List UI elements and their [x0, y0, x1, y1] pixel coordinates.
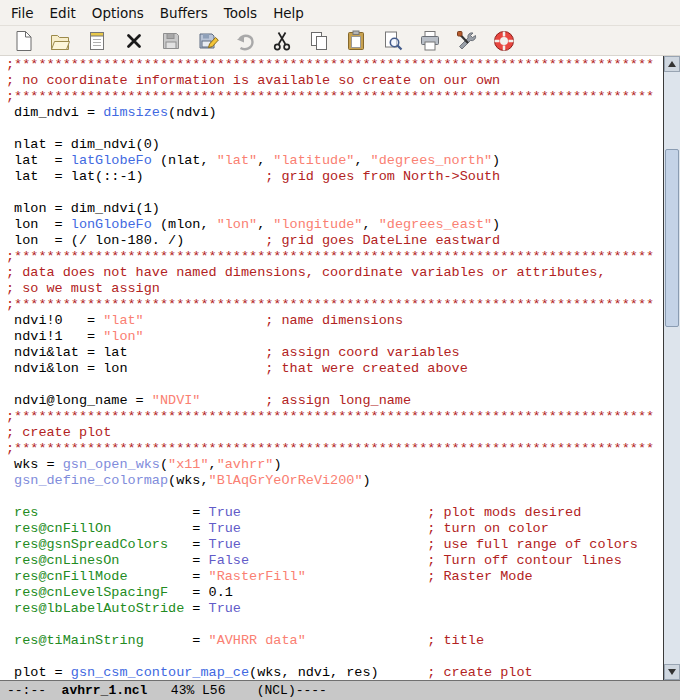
code-line: nlat = dim_ndvi(0): [6, 137, 663, 153]
code-line: [6, 121, 663, 137]
code-line: gsn_define_colormap(wks,"BlAqGrYeOrReVi2…: [6, 473, 663, 489]
menu-item-options[interactable]: Options: [90, 3, 146, 23]
code-line: ndvi&lat = lat ; assign coord variables: [6, 345, 663, 361]
code-line: ndvi!0 = "lat" ; name dimensions: [6, 313, 663, 329]
code-line: lat = latGlobeFo (nlat, "lat", "latitude…: [6, 153, 663, 169]
modeline-dashes: ----: [296, 683, 327, 698]
code-line: [6, 185, 663, 201]
code-line: ;***************************************…: [6, 297, 663, 313]
lifebuoy-icon: [492, 29, 516, 53]
modeline-line-number: L56: [202, 683, 225, 698]
save-as-icon: [196, 29, 220, 53]
code-line: lon = (/ lon-180. /) ; grid goes DateLin…: [6, 233, 663, 249]
code-line: res@cnLinesOn = False ; Turn off contour…: [6, 553, 663, 569]
save-button[interactable]: [158, 28, 184, 54]
help-button[interactable]: [491, 28, 517, 54]
code-line: ; no coordinate information is available…: [6, 73, 663, 89]
code-line: ;***************************************…: [6, 441, 663, 457]
modeline: --:-- avhrr_1.ncl 43% L56 (NCL) ----: [0, 680, 680, 700]
save-icon: [159, 29, 183, 53]
code-line: ;***************************************…: [6, 409, 663, 425]
paste-button[interactable]: [343, 28, 369, 54]
modeline-gap-3: [225, 683, 256, 698]
editor-area: ;***************************************…: [0, 56, 680, 680]
search-button[interactable]: [380, 28, 406, 54]
code-line: res@cnLevelSpacingF = 0.1: [6, 585, 663, 601]
code-line: ; data does not have named dimensions, c…: [6, 265, 663, 281]
code-line: ndvi!1 = "lon": [6, 329, 663, 345]
new-file-button[interactable]: [10, 28, 36, 54]
code-line: mlon = dim_ndvi(1): [6, 201, 663, 217]
code-line: [6, 377, 663, 393]
modeline-gap-1: [147, 683, 170, 698]
code-line: plot = gsn_csm_contour_map_ce(wks, ndvi,…: [6, 665, 663, 680]
code-line: dim_ndvi = dimsizes(ndvi): [6, 105, 663, 121]
print-button[interactable]: [417, 28, 443, 54]
open-folder-icon: [48, 29, 72, 53]
scroll-down-button[interactable]: [664, 664, 680, 680]
search-icon: [381, 29, 405, 53]
code-line: ndvi&lon = lon ; that were created above: [6, 361, 663, 377]
toolbar: [0, 26, 680, 56]
code-line: res = True ; plot mods desired: [6, 505, 663, 521]
menu-item-file[interactable]: File: [9, 3, 36, 23]
scissors-icon: [270, 29, 294, 53]
code-line: res@tiMainString = "AVHRR data" ; title: [6, 633, 663, 649]
code-line: ;***************************************…: [6, 89, 663, 105]
clipboard-icon: [344, 29, 368, 53]
code-line: ;***************************************…: [6, 249, 663, 265]
undo-button[interactable]: [232, 28, 258, 54]
new-file-icon: [11, 29, 35, 53]
code-line: lon = lonGlobeFo (mlon, "lon", "longitud…: [6, 217, 663, 233]
menu-item-edit[interactable]: Edit: [48, 3, 78, 23]
open-file-button[interactable]: [47, 28, 73, 54]
close-buffer-button[interactable]: [121, 28, 147, 54]
modeline-gap-2: [194, 683, 202, 698]
code-line: [6, 489, 663, 505]
code-line: [6, 617, 663, 633]
copy-icon: [307, 29, 331, 53]
menubar: File Edit Options Buffers Tools Help: [0, 0, 680, 26]
code-line: wks = gsn_open_wks("x11","avhrr"): [6, 457, 663, 473]
dired-button[interactable]: [84, 28, 110, 54]
notepad-icon: [85, 29, 109, 53]
arrow-up-icon: [668, 61, 676, 67]
code-area[interactable]: ;***************************************…: [0, 56, 663, 680]
menu-item-tools[interactable]: Tools: [222, 3, 259, 23]
modeline-buffer-name: avhrr_1.ncl: [62, 683, 148, 698]
scrollbar-thumb[interactable]: [665, 149, 679, 327]
scrollbar-track[interactable]: [664, 72, 680, 664]
code-line: res@lbLabelAutoStride = True: [6, 601, 663, 617]
code-line: lat = lat(::-1) ; grid goes from North->…: [6, 169, 663, 185]
code-line: ; so we must assign: [6, 281, 663, 297]
close-icon: [122, 29, 146, 53]
code-line: ; create plot: [6, 425, 663, 441]
undo-icon: [233, 29, 257, 53]
arrow-down-icon: [668, 669, 676, 675]
printer-icon: [418, 29, 442, 53]
scroll-up-button[interactable]: [664, 56, 680, 72]
modeline-mode-name: (NCL): [257, 683, 296, 698]
code-line: res@gsnSpreadColors = True ; use full ra…: [6, 537, 663, 553]
scrollbar[interactable]: [663, 56, 680, 680]
cut-button[interactable]: [269, 28, 295, 54]
modeline-prefix: --:--: [7, 683, 62, 698]
menu-item-buffers[interactable]: Buffers: [158, 3, 210, 23]
code-line: [6, 649, 663, 665]
menu-item-help[interactable]: Help: [271, 3, 306, 23]
code-line: ndvi@long_name = "NDVI" ; assign long_na…: [6, 393, 663, 409]
code-line: res@cnFillMode = "RasterFill" ; Raster M…: [6, 569, 663, 585]
code-line: ;***************************************…: [6, 57, 663, 73]
save-as-button[interactable]: [195, 28, 221, 54]
code-line: res@cnFillOn = True ; turn on color: [6, 521, 663, 537]
tools-icon: [455, 29, 479, 53]
preferences-button[interactable]: [454, 28, 480, 54]
emacs-window: File Edit Options Buffers Tools Help: [0, 0, 680, 700]
copy-button[interactable]: [306, 28, 332, 54]
modeline-percent: 43%: [171, 683, 194, 698]
